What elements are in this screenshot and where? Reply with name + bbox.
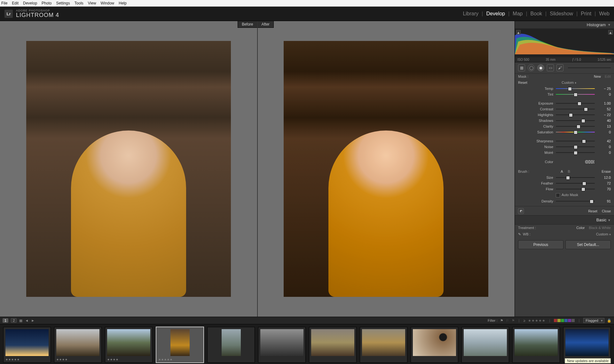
previous-button[interactable]: Previous bbox=[518, 240, 563, 249]
tint-slider[interactable] bbox=[556, 93, 595, 96]
module-develop[interactable]: Develop bbox=[486, 11, 505, 17]
shadow-clip-icon[interactable]: ▲ bbox=[516, 30, 521, 35]
set-default-button[interactable]: Set Default... bbox=[565, 240, 611, 249]
contrast-value[interactable]: 52 bbox=[595, 107, 611, 111]
thumb-6[interactable] bbox=[309, 327, 357, 363]
moiré-slider[interactable] bbox=[556, 151, 595, 154]
nav-fwd-icon[interactable]: ► bbox=[31, 319, 35, 322]
histogram-graph[interactable]: ▲ ▲ ISO 500 35 mm ƒ / 5.0 1/125 sec bbox=[515, 29, 614, 62]
brush-erase-button[interactable]: Erase bbox=[602, 170, 611, 173]
mask-new-button[interactable]: New bbox=[594, 75, 601, 78]
pin-toggle-icon[interactable]: ◩ bbox=[518, 208, 524, 214]
menu-settings[interactable]: Settings bbox=[56, 1, 70, 5]
effect-reset-button[interactable]: Reset bbox=[518, 81, 527, 84]
temp-slider[interactable] bbox=[556, 87, 595, 90]
status-toast[interactable]: New updates are available bbox=[565, 358, 611, 363]
brush-a-button[interactable]: A bbox=[561, 170, 563, 173]
spot-tool-icon[interactable]: ◯ bbox=[528, 64, 535, 71]
highlights-value[interactable]: − 22 bbox=[595, 113, 611, 117]
saturation-slider[interactable] bbox=[556, 131, 595, 134]
exposure-value[interactable]: 1.00 bbox=[595, 101, 611, 105]
module-book[interactable]: Book bbox=[531, 11, 542, 17]
temp-value[interactable]: − 25 bbox=[595, 87, 611, 91]
highlight-clip-icon[interactable]: ▲ bbox=[608, 30, 613, 35]
main-display-button[interactable]: 1 bbox=[3, 318, 8, 323]
menu-window[interactable]: Window bbox=[101, 1, 114, 5]
redeye-tool-icon[interactable]: ◉ bbox=[537, 64, 544, 71]
thumb-3[interactable]: ★★★★★ bbox=[156, 327, 204, 363]
treatment-color-button[interactable]: Color bbox=[576, 226, 585, 230]
menu-view[interactable]: View bbox=[88, 1, 96, 5]
histogram-header[interactable]: Histogram ▼ bbox=[515, 21, 614, 29]
clarity-value[interactable]: 13 bbox=[595, 124, 611, 128]
flag-picked-icon[interactable]: ⚑ bbox=[500, 319, 503, 323]
thumb-0[interactable]: ★★★★★ bbox=[3, 327, 51, 363]
brush-feather-value[interactable]: 72 bbox=[595, 181, 611, 185]
module-library[interactable]: Library bbox=[463, 11, 478, 17]
rating-filter[interactable]: ★★★★★ bbox=[528, 319, 546, 323]
second-display-button[interactable]: 2 bbox=[11, 318, 17, 323]
saturation-value[interactable]: 0 bbox=[595, 130, 611, 134]
density-value[interactable]: 91 bbox=[595, 199, 611, 203]
mask-reset-button[interactable]: Reset bbox=[588, 209, 597, 213]
brush-size-slider[interactable] bbox=[556, 176, 595, 179]
brush-tool-icon[interactable]: 🖌 bbox=[556, 64, 563, 71]
mask-close-button[interactable]: Close bbox=[602, 209, 611, 213]
tint-value[interactable]: 0 bbox=[595, 92, 611, 96]
noise-slider[interactable] bbox=[556, 145, 595, 148]
filter-preset-select[interactable]: Flagged bbox=[583, 318, 604, 323]
shadows-slider[interactable] bbox=[556, 119, 595, 122]
flag-unflagged-icon[interactable]: ⚐ bbox=[506, 319, 509, 323]
menu-file[interactable]: File bbox=[1, 1, 7, 5]
canvas-after[interactable]: After bbox=[258, 21, 515, 317]
menu-develop[interactable]: Develop bbox=[23, 1, 37, 5]
filter-lock-icon[interactable]: 🔒 bbox=[607, 319, 611, 323]
nav-back-icon[interactable]: ◄ bbox=[25, 319, 28, 322]
menu-help[interactable]: Help bbox=[119, 1, 127, 5]
thumb-8[interactable] bbox=[411, 327, 458, 363]
eyedropper-icon[interactable]: ✎ bbox=[518, 232, 521, 236]
thumb-10[interactable] bbox=[512, 327, 560, 363]
thumb-5[interactable] bbox=[258, 327, 306, 363]
filmstrip-thumbs[interactable]: ★★★★★ ★★★★ ★★★★ ★★★★★ bbox=[0, 324, 614, 364]
crop-tool-icon[interactable]: ▦ bbox=[518, 64, 525, 71]
canvas-before[interactable]: Before bbox=[0, 21, 258, 317]
thumb-11[interactable] bbox=[563, 327, 611, 363]
sharpness-slider[interactable] bbox=[556, 139, 595, 143]
menu-tools[interactable]: Tools bbox=[75, 1, 83, 5]
highlights-slider[interactable] bbox=[556, 113, 595, 116]
automask-checkbox[interactable] bbox=[556, 193, 560, 197]
effect-preset[interactable]: Custom bbox=[562, 81, 574, 84]
thumb-1[interactable]: ★★★★ bbox=[54, 327, 102, 363]
thumb-7[interactable] bbox=[360, 327, 407, 363]
moiré-value[interactable]: 0 bbox=[595, 151, 611, 154]
contrast-slider[interactable] bbox=[556, 107, 595, 111]
thumb-2[interactable]: ★★★★ bbox=[105, 327, 153, 363]
sharpness-value[interactable]: 42 bbox=[595, 139, 611, 143]
menu-edit[interactable]: Edit bbox=[12, 1, 19, 5]
module-slideshow[interactable]: Slideshow bbox=[550, 11, 573, 17]
module-web[interactable]: Web bbox=[599, 11, 610, 17]
color-swatch[interactable] bbox=[585, 160, 595, 164]
module-print[interactable]: Print bbox=[581, 11, 591, 17]
brush-b-button[interactable]: B bbox=[568, 170, 570, 173]
thumb-9[interactable] bbox=[461, 327, 509, 363]
brush-feather-slider[interactable] bbox=[556, 182, 595, 185]
shadows-value[interactable]: 40 bbox=[595, 119, 611, 123]
flag-rejected-icon[interactable]: ⚑ bbox=[512, 319, 515, 323]
gradient-tool-icon[interactable]: ▭ bbox=[547, 64, 554, 71]
exposure-slider[interactable] bbox=[556, 102, 595, 105]
treatment-bw-button[interactable]: Black & White bbox=[589, 226, 611, 230]
brush-flow-slider[interactable] bbox=[556, 187, 595, 191]
menu-photo[interactable]: Photo bbox=[42, 1, 51, 5]
module-map[interactable]: Map bbox=[513, 11, 523, 17]
brush-flow-value[interactable]: 70 bbox=[595, 187, 611, 191]
thumb-4[interactable] bbox=[207, 327, 255, 363]
clarity-slider[interactable] bbox=[556, 125, 595, 128]
density-slider[interactable] bbox=[556, 200, 595, 203]
brush-size-value[interactable]: 12.0 bbox=[595, 176, 611, 179]
noise-value[interactable]: 0 bbox=[595, 145, 611, 149]
grid-view-icon[interactable]: ▦ bbox=[19, 319, 22, 323]
basic-panel-header[interactable]: Basic ▼ bbox=[515, 215, 614, 225]
wb-value[interactable]: Custom bbox=[596, 232, 608, 236]
